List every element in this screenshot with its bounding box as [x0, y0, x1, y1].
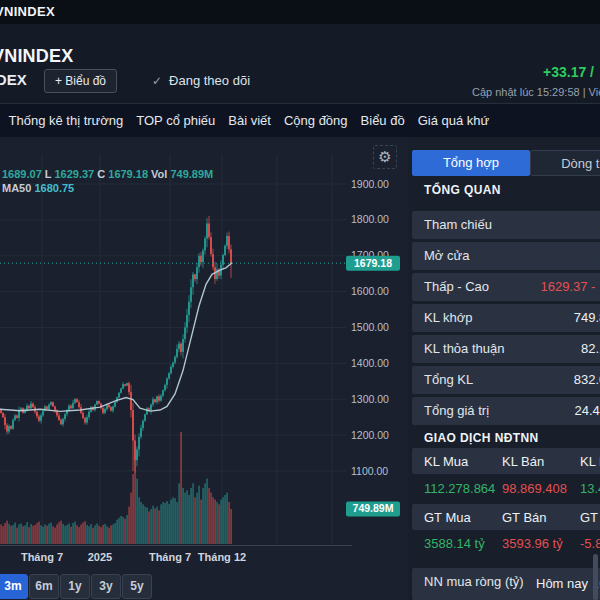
legend-volume: 749.89M: [170, 168, 213, 180]
tab-dong-tien[interactable]: Dòng tiền: [530, 150, 600, 176]
svg-text:Tháng 7: Tháng 7: [21, 551, 63, 563]
table-header-cell: GT Mua - Bán: [580, 510, 600, 525]
check-icon: ✓: [152, 74, 162, 88]
range-button-3y[interactable]: 3y: [91, 574, 121, 599]
watching-label: Đang theo dõi: [169, 73, 250, 88]
svg-text:1200.00: 1200.00: [351, 429, 389, 441]
nav-item[interactable]: Cộng đồng: [284, 104, 348, 137]
range-button-5y[interactable]: 5y: [122, 574, 152, 599]
overview-row: Mở cửa1652.36: [412, 242, 600, 270]
range-button-6m[interactable]: 6m: [29, 574, 59, 599]
nav-item[interactable]: Giá quá khứ: [418, 104, 490, 137]
overview-row: KL khớp749.891.708: [412, 304, 600, 332]
svg-text:1679.18: 1679.18: [354, 257, 392, 269]
table-value-cell: 112.278.864: [424, 481, 495, 496]
overview-row: KL thỏa thuận82.135.616: [412, 335, 600, 363]
table-header-cell: KL Mua - Bán: [580, 454, 600, 469]
nav-item[interactable]: TOP cổ phiếu: [136, 104, 215, 137]
legend-high: 1689.07: [2, 168, 42, 180]
section-nav: Thống kê thị trườngTOP cổ phiếuBài viếtC…: [0, 103, 600, 139]
table-header-cell: GT Mua: [424, 510, 471, 525]
watching-toggle[interactable]: ✓Đang theo dõi: [152, 73, 250, 88]
ohlc-legend: 1689.07 L 1629.37 C 1679.18 Vol 749.89M: [2, 168, 213, 180]
row-value: 1629.37 - 1689.07: [540, 279, 600, 294]
row-value: 24.456,78 tỷ: [574, 403, 600, 418]
table-value-cell: 98.869.408: [502, 481, 567, 496]
symbol-code: VNINDEX: [0, 71, 27, 88]
window-topbar: VNINDEX: [0, 0, 600, 24]
topbar-symbol: VNINDEX: [0, 4, 55, 19]
summary-panel: Tổng hợp Dòng tiền TỔNG QUAN Tham chiếu1…: [408, 137, 600, 600]
svg-text:1100.00: 1100.00: [351, 465, 388, 477]
nav-item[interactable]: Thống kê thị trường: [9, 104, 124, 137]
symbol-header: VNINDEX VNINDEX + Biểu đồ ✓Đang theo dõi…: [0, 24, 600, 103]
table-value-cell: 3593.96 tỷ: [502, 536, 563, 551]
table-value-cell: 13.409.456: [580, 481, 600, 496]
table-value-cell: -5.81 tỷ: [580, 536, 600, 551]
row-value: 832.027.324: [574, 372, 600, 387]
chart-area[interactable]: 1900.001800.001700.001600.001500.001400.…: [0, 137, 408, 600]
row-label: KL khớp: [424, 310, 473, 325]
row-label: Tổng giá trị: [424, 403, 489, 418]
row-label: Thấp - Cao: [424, 279, 489, 294]
table-header-cell: KL Mua: [424, 454, 468, 469]
range-button-3m[interactable]: 3m: [0, 574, 28, 599]
overview-row: Tổng giá trị24.456,78 tỷ: [412, 397, 600, 425]
svg-text:1600.00: 1600.00: [351, 285, 389, 297]
svg-text:Tháng 12: Tháng 12: [198, 551, 246, 563]
nav-item[interactable]: Biểu đồ: [361, 104, 405, 137]
net-buy-footer: NN mua ròng (tỷ) Hôm nay 10 ngày: [412, 568, 600, 600]
page-title: VNINDEX: [0, 46, 73, 67]
price-change: +33.17 /: [543, 64, 594, 80]
svg-text:1800.00: 1800.00: [351, 213, 389, 225]
overview-row: Tổng KL832.027.324: [412, 366, 600, 394]
overview-section-title: TỔNG QUAN: [424, 183, 501, 197]
svg-text:1500.00: 1500.00: [351, 321, 389, 333]
panel-scrollbar[interactable]: [593, 554, 598, 600]
footer-tab-today[interactable]: Hôm nay: [536, 576, 588, 591]
table-value-cell: 3588.14 tỷ: [424, 536, 485, 551]
overview-row: Tham chiếu1646.01: [412, 211, 600, 239]
svg-text:1300.00: 1300.00: [351, 393, 389, 405]
row-label: KL thỏa thuận: [424, 341, 504, 356]
last-updated: Cập nhật lúc 15:29:58 | Việt Nam: [472, 86, 600, 98]
nav-items: Thống kê thị trườngTOP cổ phiếuBài viếtC…: [0, 104, 600, 137]
legend-low: 1629.37: [54, 168, 94, 180]
svg-text:1900.00: 1900.00: [351, 178, 389, 190]
row-label: Mở cửa: [424, 248, 469, 263]
trading-app: { "topbar": { "symbol": "VNINDEX" }, "he…: [0, 0, 600, 600]
svg-text:1400.00: 1400.00: [351, 357, 389, 369]
legend-close: 1679.18: [108, 168, 148, 180]
range-button-1y[interactable]: 1y: [60, 574, 90, 599]
svg-text:2025: 2025: [88, 551, 112, 563]
tab-tong-hop[interactable]: Tổng hợp: [412, 150, 530, 176]
overview-row: Thấp - Cao1629.37 - 1689.07: [412, 273, 600, 301]
candlestick-chart[interactable]: 1900.001800.001700.001600.001500.001400.…: [0, 137, 408, 600]
table-header-cell: KL Bán: [502, 454, 544, 469]
svg-text:Tháng 7: Tháng 7: [149, 551, 191, 563]
ma50-legend: MA50 1680.75: [2, 182, 74, 194]
svg-text:749.89M: 749.89M: [353, 502, 394, 514]
table-header-cell: GT Bán: [502, 510, 547, 525]
foreign-section-title: GIAO DỊCH NĐTNN: [424, 431, 539, 445]
add-chart-button[interactable]: + Biểu đồ: [44, 69, 117, 93]
row-value: 82.135.616: [581, 341, 600, 356]
row-label: Tổng KL: [424, 372, 473, 387]
row-label: Tham chiếu: [424, 217, 492, 232]
gear-icon[interactable]: ⚙: [373, 145, 397, 169]
row-value: 749.891.708: [574, 310, 600, 325]
net-buy-label: NN mua ròng (tỷ): [424, 574, 524, 589]
nav-item[interactable]: Bài viết: [228, 104, 271, 137]
